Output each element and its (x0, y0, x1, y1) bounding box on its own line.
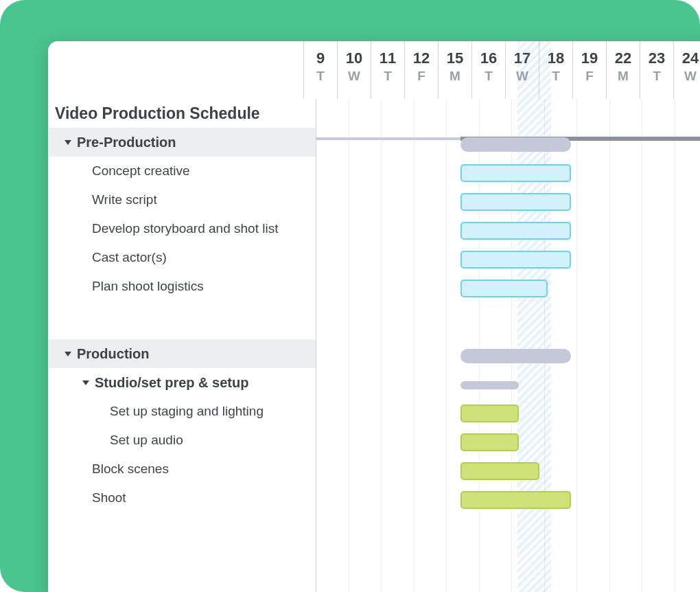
overall-bar-segment (316, 137, 460, 140)
gantt-bar[interactable] (460, 251, 572, 269)
gantt-bar[interactable] (460, 280, 548, 297)
day-number: 12 (405, 49, 438, 67)
timeline-header: 9T10W11T12F15M16T17W18T19F22M23T24W (48, 41, 700, 99)
chevron-down-icon (65, 352, 71, 356)
gantt-bar[interactable] (460, 349, 572, 363)
task-shoot[interactable]: Shoot (48, 483, 316, 512)
day-letter: T (371, 69, 404, 84)
day-letter: T (472, 69, 505, 84)
day-column[interactable]: 18T (539, 41, 572, 99)
day-column[interactable]: 9T (303, 41, 337, 99)
day-letter: M (439, 69, 471, 84)
day-column[interactable]: 11T (371, 41, 404, 99)
task-script[interactable]: Write script (48, 185, 316, 214)
content: Video Production Schedule Pre-Production… (48, 99, 700, 592)
day-number: 18 (539, 49, 572, 67)
gantt-bar[interactable] (460, 462, 539, 480)
day-column[interactable]: 15M (438, 41, 471, 99)
page-title: Video Production Schedule (55, 104, 260, 123)
app-frame: 9T10W11T12F15M16T17W18T19F22M23T24W Vide… (0, 0, 700, 592)
day-letter: M (607, 69, 640, 84)
task-block[interactable]: Block scenes (48, 455, 316, 483)
day-column[interactable]: 19F (572, 41, 606, 99)
day-column[interactable]: 22M (606, 41, 640, 99)
day-letter: T (539, 69, 572, 84)
day-letter: W (506, 69, 539, 84)
task-concept[interactable]: Concept creative (48, 157, 316, 185)
gantt-bar[interactable] (460, 222, 572, 240)
gantt-bar[interactable] (460, 433, 520, 451)
day-letter: T (640, 69, 673, 84)
day-column[interactable]: 23T (640, 41, 673, 99)
day-letter: T (304, 69, 337, 84)
page-title-row: Video Production Schedule (48, 99, 316, 128)
day-number: 24 (674, 49, 700, 67)
day-number: 9 (304, 49, 337, 67)
gantt-bar[interactable] (460, 381, 520, 389)
group-preproduction[interactable]: Pre-Production (48, 128, 316, 157)
day-number: 10 (338, 49, 371, 67)
gantt-bar[interactable] (460, 164, 572, 182)
day-letter: W (674, 69, 700, 84)
group-label: Production (77, 346, 150, 362)
gantt-bar[interactable] (460, 491, 572, 509)
day-number: 23 (640, 49, 673, 67)
day-letter: F (405, 69, 438, 84)
group-production[interactable]: Production (48, 339, 316, 368)
day-column[interactable]: 10W (337, 41, 371, 99)
day-number: 17 (506, 49, 539, 67)
day-number: 11 (371, 49, 404, 67)
day-column[interactable]: 16T (471, 41, 505, 99)
day-letter: W (338, 69, 371, 84)
subgroup-studio[interactable]: Studio/set prep & setup (48, 368, 316, 397)
chevron-down-icon (65, 140, 71, 145)
group-label: Pre-Production (77, 135, 176, 150)
task-staging[interactable]: Set up staging and lighting (48, 397, 316, 426)
gantt-chart[interactable] (316, 99, 700, 592)
gantt-bar[interactable] (460, 137, 572, 152)
task-storyboard[interactable]: Develop storyboard and shot list (48, 214, 316, 243)
task-audio[interactable]: Set up audio (48, 426, 316, 455)
gantt-bar[interactable] (460, 405, 520, 422)
task-cast[interactable]: Cast actor(s) (48, 243, 316, 272)
gantt-bar[interactable] (460, 193, 572, 211)
day-column[interactable]: 12F (404, 41, 438, 99)
day-column[interactable]: 24W (673, 41, 700, 99)
day-number: 19 (573, 49, 606, 67)
day-number: 22 (607, 49, 640, 67)
day-column[interactable]: 17W (505, 41, 539, 99)
task-sidebar: Video Production Schedule Pre-Production… (48, 99, 316, 592)
day-letter: F (573, 69, 606, 84)
task-logistics[interactable]: Plan shoot logistics (48, 272, 316, 301)
chevron-down-icon (82, 380, 89, 385)
day-number: 15 (439, 49, 471, 67)
gantt-window: 9T10W11T12F15M16T17W18T19F22M23T24W Vide… (48, 41, 700, 592)
day-number: 16 (472, 49, 505, 67)
